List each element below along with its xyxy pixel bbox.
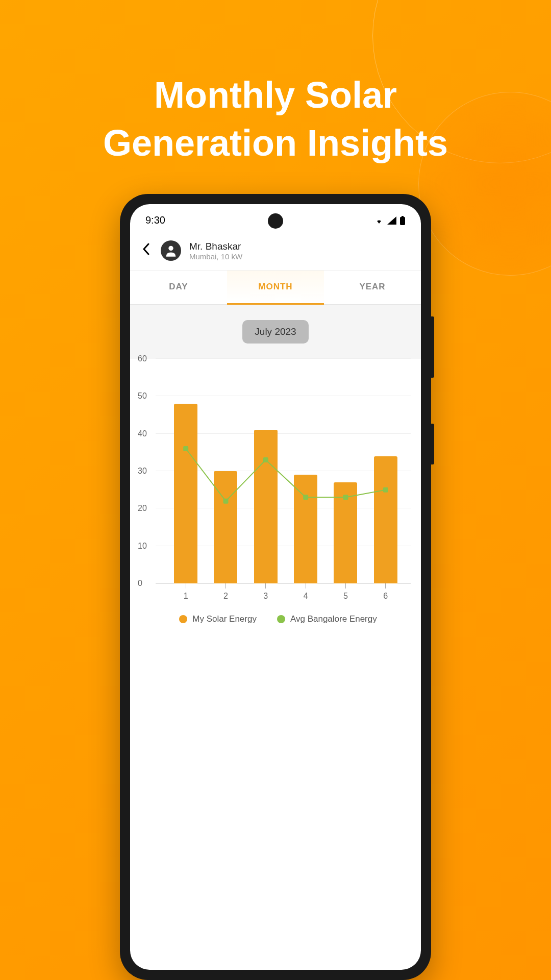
- back-button[interactable]: [140, 240, 153, 261]
- y-tick-label: 10: [138, 542, 147, 551]
- svg-point-2: [168, 246, 173, 251]
- bar[interactable]: [374, 456, 397, 583]
- y-tick-label: 40: [138, 429, 147, 438]
- signal-icon: [387, 216, 396, 225]
- bar-slot: 2: [214, 471, 237, 583]
- y-tick-label: 30: [138, 467, 147, 476]
- y-tick-label: 20: [138, 504, 147, 513]
- legend-label-line: Avg Bangalore Energy: [290, 614, 377, 624]
- phone-screen: 9:30 Mr. Bhaskar Mumbai, 10 kW DAY MONTH…: [130, 204, 421, 970]
- plot-area: 0102030405060123456: [156, 359, 411, 583]
- headline-line-2: Generation Insights: [20, 119, 531, 167]
- promo-headline: Monthly Solar Generation Insights: [0, 71, 551, 167]
- status-time: 9:30: [145, 214, 165, 226]
- bar[interactable]: [214, 471, 237, 583]
- bar-slot: 1: [174, 404, 197, 583]
- svg-rect-0: [402, 216, 404, 217]
- x-tick-label: 1: [184, 592, 188, 601]
- bar-slot: 6: [374, 456, 397, 583]
- phone-frame: 9:30 Mr. Bhaskar Mumbai, 10 kW DAY MONTH…: [120, 194, 431, 980]
- app-header: Mr. Bhaskar Mumbai, 10 kW: [130, 231, 421, 271]
- legend: My Solar Energy Avg Bangalore Energy: [140, 599, 416, 634]
- battery-icon: [399, 216, 406, 225]
- tab-day[interactable]: DAY: [130, 271, 227, 304]
- phone-side-button: [431, 316, 434, 378]
- tab-year[interactable]: YEAR: [324, 271, 421, 304]
- x-tick-label: 3: [263, 592, 268, 601]
- user-location: Mumbai, 10 kW: [189, 252, 242, 261]
- status-icons: [374, 216, 406, 225]
- chevron-left-icon: [142, 243, 151, 255]
- x-tick: [385, 583, 386, 589]
- legend-label-bar: My Solar Energy: [192, 614, 257, 624]
- date-picker-button[interactable]: July 2023: [242, 320, 308, 344]
- tabs: DAY MONTH YEAR: [130, 271, 421, 305]
- x-tick: [265, 583, 266, 589]
- bar[interactable]: [294, 475, 317, 583]
- user-icon: [164, 243, 178, 258]
- tab-month[interactable]: MONTH: [227, 271, 324, 305]
- bar-slot: 5: [334, 482, 357, 583]
- y-tick-label: 60: [138, 354, 147, 363]
- legend-dot-line: [277, 615, 285, 623]
- bar[interactable]: [254, 430, 278, 583]
- legend-item-bar: My Solar Energy: [179, 614, 257, 624]
- x-tick-label: 4: [304, 592, 308, 601]
- svg-rect-1: [400, 217, 405, 225]
- x-tick: [306, 583, 306, 589]
- phone-side-button: [431, 424, 434, 464]
- legend-item-line: Avg Bangalore Energy: [277, 614, 377, 624]
- x-tick-label: 2: [223, 592, 228, 601]
- legend-dot-bar: [179, 615, 187, 623]
- bar-slot: 3: [254, 430, 278, 583]
- bar[interactable]: [174, 404, 197, 583]
- wifi-icon: [374, 216, 384, 225]
- x-tick: [345, 583, 346, 589]
- headline-line-1: Monthly Solar: [20, 71, 531, 119]
- x-tick: [186, 583, 186, 589]
- user-name: Mr. Bhaskar: [189, 241, 242, 252]
- x-tick-label: 6: [383, 592, 388, 601]
- chart-section: July 2023 0102030405060123456 My Solar E…: [130, 305, 421, 645]
- y-tick-label: 0: [138, 579, 142, 588]
- bar-slot: 4: [294, 475, 317, 583]
- x-tick-label: 5: [343, 592, 348, 601]
- x-tick: [226, 583, 226, 589]
- camera-notch: [268, 213, 283, 229]
- header-text: Mr. Bhaskar Mumbai, 10 kW: [189, 241, 242, 261]
- bar[interactable]: [334, 482, 357, 583]
- chart-container: 0102030405060123456 My Solar Energy Avg …: [130, 359, 421, 645]
- y-tick-label: 50: [138, 391, 147, 401]
- bars-row: 123456: [166, 359, 406, 583]
- avatar[interactable]: [161, 240, 181, 261]
